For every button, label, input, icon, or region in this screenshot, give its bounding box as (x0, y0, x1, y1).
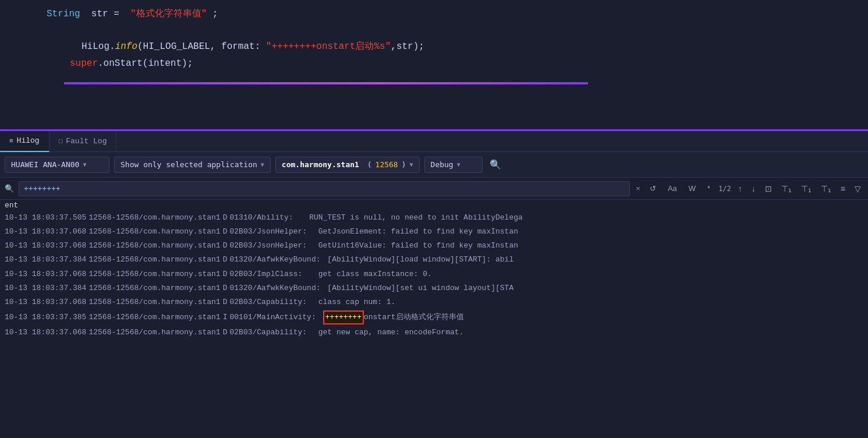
level-dropdown[interactable]: Debug ▼ (424, 157, 483, 173)
regex-button[interactable]: * (704, 183, 714, 194)
nav-down-button[interactable]: ↓ (749, 183, 758, 195)
tab-faultlog[interactable]: □ Fault Log (49, 131, 117, 152)
log-line-5: 10-13 18:03:37.068 12568-12568/com.harmo… (0, 267, 868, 281)
nav-up-button[interactable]: ↑ (736, 183, 745, 195)
level-chevron-icon: ▼ (457, 161, 460, 168)
filter-icon-btn[interactable]: ▽ (852, 183, 863, 195)
code-line-empty (0, 23, 868, 38)
log-line-1: 10-13 18:03:37.505 12568-12568/com.harmo… (0, 211, 868, 225)
format-btn1[interactable]: ⊤₁ (779, 183, 794, 195)
search-icon-btn[interactable]: 🔍 (487, 157, 504, 172)
filter-chevron-icon: ▼ (261, 161, 264, 168)
log-line-2: 10-13 18:03:37.068 12568-12568/com.harmo… (0, 225, 868, 239)
format-btn3[interactable]: ⊤₁ (819, 183, 834, 195)
ent-label: ent (0, 200, 868, 211)
toolbar: HUAWEI ANA-AN00 ▼ Show only selected app… (0, 152, 868, 178)
refresh-button[interactable]: ↺ (646, 183, 660, 194)
tab-faultlog-label: Fault Log (66, 137, 107, 146)
code-editor: String str = "格式化字符串值" ; HiLog.info(HI_L… (0, 0, 868, 131)
search-row: 🔍 ++++++++ × ↺ Aa W * 1/2 ↑ ↓ ⊡ ⊤₁ ⊤₁ ⊤₁… (0, 178, 868, 200)
code-line-hilog: HiLog.info(HI_LOG_LABEL, format: "++++++… (0, 38, 868, 56)
log-line-9: 10-13 18:03:37.068 12568-12568/com.harmo… (0, 326, 868, 340)
hilog-icon: ≡ (9, 137, 13, 144)
word-button[interactable]: W (685, 183, 699, 194)
app-chevron-icon: ▼ (410, 161, 413, 168)
app-dropdown[interactable]: com.harmony.stan1 ( 12568 ) ▼ (275, 157, 420, 173)
log-line-7: 10-13 18:03:37.068 12568-12568/com.harmo… (0, 295, 868, 309)
search-input-area[interactable]: ++++++++ (19, 181, 630, 196)
code-line-string: String str = "格式化字符串值" ; (0, 6, 868, 23)
format-btn4[interactable]: ≡ (838, 183, 848, 195)
device-chevron-icon: ▼ (83, 161, 86, 168)
code-line-super: super.onStart(intent); (0, 55, 868, 73)
log-highlight-box: ++++++++ (323, 310, 364, 324)
app-pid-label: 12568 (375, 160, 398, 169)
log-line-3: 10-13 18:03:37.068 12568-12568/com.harmo… (0, 239, 868, 253)
filter-dropdown[interactable]: Show only selected application ▼ (114, 157, 271, 173)
search-text: ++++++++ (24, 184, 61, 193)
faultlog-icon: □ (59, 138, 63, 145)
device-dropdown[interactable]: HUAWEI ANA-AN00 ▼ (5, 157, 109, 173)
tab-hilog-label: Hilog (17, 136, 40, 145)
log-line-6: 10-13 18:03:37.384 12568-12568/com.harmo… (0, 281, 868, 295)
case-button[interactable]: Aa (664, 183, 681, 194)
wrap-button[interactable]: ⊡ (763, 183, 774, 195)
log-line-8-highlighted: 10-13 18:03:37.385 12568-12568/com.harmo… (0, 309, 868, 326)
level-label: Debug (431, 160, 454, 169)
purple-bar (64, 82, 588, 84)
log-line-4: 10-13 18:03:37.384 12568-12568/com.harmo… (0, 253, 868, 267)
app-name-label: com.harmony.stan1 (282, 160, 359, 169)
search-icon: 🔍 (490, 159, 501, 170)
clear-button[interactable]: × (635, 184, 642, 193)
log-area: 10-13 18:03:37.505 12568-12568/com.harmo… (0, 211, 868, 340)
filter-label: Show only selected application (121, 160, 257, 169)
search-prefix-icon: 🔍 (5, 184, 14, 193)
device-label: HUAWEI ANA-AN00 (11, 160, 79, 169)
tab-hilog[interactable]: ≡ Hilog (0, 131, 49, 152)
tab-bar: ≡ Hilog □ Fault Log (0, 131, 868, 152)
format-btn2[interactable]: ⊤₁ (799, 183, 814, 195)
page-info: 1/2 (718, 185, 731, 193)
